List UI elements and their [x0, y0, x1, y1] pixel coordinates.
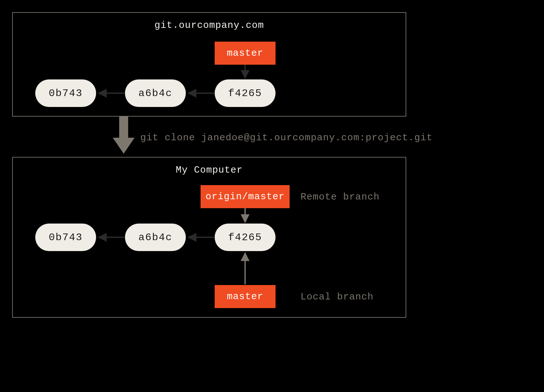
remote-branch-label: Remote branch: [301, 192, 380, 202]
local-branch-label: Local branch: [301, 291, 374, 302]
diagram-canvas: git.ourcompany.com master 0b743 a6b4c f4…: [0, 0, 544, 392]
commit-node: a6b4c: [125, 79, 186, 107]
clone-command-text: git clone janedoe@git.ourcompany.com:pro…: [140, 132, 433, 143]
svg-rect-0: [119, 117, 128, 139]
clone-arrow-icon: [113, 117, 135, 154]
remote-tracking-branch: origin/master: [201, 185, 290, 208]
commit-node: f4265: [215, 224, 276, 251]
commit-node: f4265: [215, 79, 276, 107]
commit-node: a6b4c: [125, 224, 186, 251]
commit-node: 0b743: [35, 79, 96, 107]
remote-branch-master: master: [215, 42, 276, 65]
remote-panel-title: git.ourcompany.com: [13, 20, 406, 31]
local-panel-title: My Computer: [13, 165, 406, 176]
commit-node: 0b743: [35, 224, 96, 251]
local-branch-master: master: [215, 285, 276, 308]
